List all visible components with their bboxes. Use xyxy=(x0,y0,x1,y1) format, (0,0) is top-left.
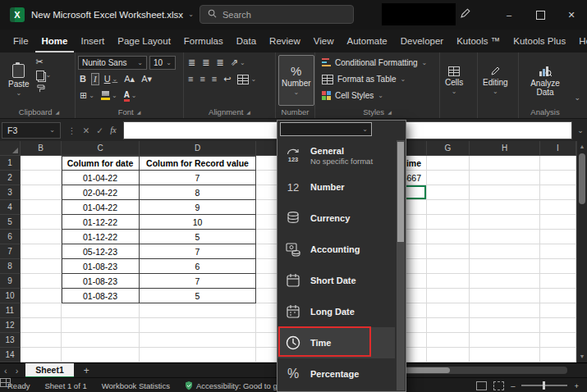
name-box[interactable]: F3⌄ xyxy=(2,122,61,139)
styles-dialog-launcher-icon[interactable]: ◢ xyxy=(388,109,392,115)
editing-button[interactable]: Editing ⌄ xyxy=(480,55,511,106)
cell-B6[interactable] xyxy=(21,230,62,244)
number-format-button[interactable]: % Number ⌄ xyxy=(278,55,314,106)
formula-bar-expand-chevron-icon[interactable]: ⌄ xyxy=(574,126,587,134)
font-size-select[interactable]: 10⌄ xyxy=(149,56,176,70)
row-header-7[interactable]: 7 xyxy=(0,244,21,259)
menu-tab-developer[interactable]: Developer xyxy=(394,30,450,52)
select-all-corner[interactable] xyxy=(0,141,21,156)
cell-C5[interactable]: 01-12-22 xyxy=(62,215,140,230)
cell-B13[interactable] xyxy=(21,333,62,348)
font-dialog-launcher-icon[interactable]: ◢ xyxy=(137,109,141,115)
cell-I14[interactable] xyxy=(540,348,576,362)
row-header-2[interactable]: 2 xyxy=(0,171,21,185)
cell-C13[interactable] xyxy=(62,333,140,348)
cell-H13[interactable] xyxy=(470,333,540,348)
menu-tab-data[interactable]: Data xyxy=(230,30,263,52)
cell-I4[interactable] xyxy=(540,200,576,215)
page-layout-view-icon[interactable] xyxy=(476,381,487,390)
column-header-C[interactable]: C xyxy=(62,141,140,156)
row-header-8[interactable]: 8 xyxy=(0,259,21,274)
vertical-scrollbar[interactable]: ▲ ▼ xyxy=(576,141,587,362)
align-left-button[interactable]: ≡ xyxy=(186,74,195,84)
alignment-dialog-launcher-icon[interactable]: ◢ xyxy=(246,109,250,115)
cell-H2[interactable] xyxy=(470,171,540,185)
row-header-14[interactable]: 14 xyxy=(0,348,21,362)
cell-G14[interactable] xyxy=(427,348,470,362)
cell-C8[interactable]: 01-08-23 xyxy=(62,259,140,274)
format-painter-button[interactable] xyxy=(34,84,53,94)
row-header-9[interactable]: 9 xyxy=(0,274,21,289)
cell-B4[interactable] xyxy=(21,200,62,215)
zoom-slider-thumb[interactable] xyxy=(543,381,545,390)
align-top-button[interactable]: ≣ xyxy=(186,57,197,68)
number-format-combobox[interactable]: ⌄ xyxy=(280,122,372,136)
cell-G8[interactable] xyxy=(427,259,470,274)
menu-tab-insert[interactable]: Insert xyxy=(74,30,111,52)
column-header-G[interactable]: G xyxy=(427,141,470,156)
next-sheet-icon[interactable]: › xyxy=(11,366,23,376)
cell-B14[interactable] xyxy=(21,348,62,362)
cell-I2[interactable] xyxy=(540,171,576,185)
cell-B5[interactable] xyxy=(21,215,62,230)
cell-G2[interactable] xyxy=(427,171,470,185)
cell-I13[interactable] xyxy=(540,333,576,348)
bold-button[interactable]: B xyxy=(78,74,88,84)
cell-H1[interactable] xyxy=(470,156,540,171)
dropdown-scrollbar[interactable] xyxy=(397,140,405,390)
cell-G3[interactable] xyxy=(427,185,470,200)
workbook-statistics-button[interactable]: Workbook Statistics xyxy=(94,381,177,390)
cell-C12[interactable] xyxy=(62,318,140,333)
cell-H9[interactable] xyxy=(470,274,540,289)
format-option-time[interactable]: Time xyxy=(277,327,395,358)
format-option-number[interactable]: 12Number xyxy=(277,171,395,203)
borders-button[interactable]: ⊞⌄ xyxy=(78,90,96,101)
scroll-down-icon[interactable]: ▼ xyxy=(577,351,587,362)
cell-styles-button[interactable]: Cell Styles⌄ xyxy=(318,88,437,103)
cell-H10[interactable] xyxy=(470,289,540,303)
align-right-button[interactable]: ≡ xyxy=(210,74,218,84)
align-center-button[interactable]: ≡ xyxy=(198,74,206,84)
clipboard-dialog-launcher-icon[interactable]: ◢ xyxy=(56,109,60,115)
cell-I6[interactable] xyxy=(540,230,576,244)
cell-G13[interactable] xyxy=(427,333,470,348)
menu-tab-home[interactable]: Home xyxy=(35,30,75,52)
menu-tab-help[interactable]: Help xyxy=(572,30,587,52)
normal-view-icon[interactable] xyxy=(0,378,11,387)
horizontal-scrollbar[interactable] xyxy=(401,367,567,374)
cell-D9[interactable]: 7 xyxy=(140,274,256,289)
zoom-slider[interactable] xyxy=(521,385,567,386)
cell-C9[interactable]: 01-08-23 xyxy=(62,274,140,289)
cell-G4[interactable] xyxy=(427,200,470,215)
cell-D11[interactable] xyxy=(140,303,256,318)
underline-button[interactable]: U⌄ xyxy=(103,74,120,84)
cell-B2[interactable] xyxy=(21,171,62,185)
column-header-B[interactable]: B xyxy=(21,141,62,156)
menu-tab-page-layout[interactable]: Page Layout xyxy=(111,30,177,52)
horizontal-scroll-thumb[interactable] xyxy=(402,367,450,373)
format-option-short-date[interactable]: Short Date xyxy=(277,265,395,296)
format-option-percentage[interactable]: %Percentage xyxy=(277,358,395,390)
align-bottom-button[interactable]: ≣ xyxy=(214,57,225,68)
cell-D8[interactable]: 6 xyxy=(140,259,256,274)
italic-button[interactable]: I xyxy=(91,73,99,85)
cell-H3[interactable] xyxy=(470,185,540,200)
cell-H6[interactable] xyxy=(470,230,540,244)
close-button[interactable]: ✕ xyxy=(556,0,587,30)
wrap-text-button[interactable]: ↩ xyxy=(222,74,232,84)
menu-tab-view[interactable]: View xyxy=(307,30,341,52)
cell-D1[interactable]: Column for Record value xyxy=(140,156,256,171)
zoom-in-button[interactable]: + xyxy=(574,381,579,390)
cell-H8[interactable] xyxy=(470,259,540,274)
maximize-button[interactable] xyxy=(525,0,556,30)
accessibility-status[interactable]: Accessibility: Good to go xyxy=(177,381,289,390)
page-break-view-icon[interactable] xyxy=(493,381,504,390)
cell-C2[interactable]: 01-04-22 xyxy=(62,171,140,185)
format-option-long-date[interactable]: Long Date xyxy=(277,296,395,327)
cell-B3[interactable] xyxy=(21,185,62,200)
cell-B8[interactable] xyxy=(21,259,62,274)
cell-D13[interactable] xyxy=(140,333,256,348)
cell-I10[interactable] xyxy=(540,289,576,303)
menu-tab-kutools[interactable]: Kutools ™ xyxy=(450,30,507,52)
analyze-data-button[interactable]: Analyze Data xyxy=(521,55,569,106)
